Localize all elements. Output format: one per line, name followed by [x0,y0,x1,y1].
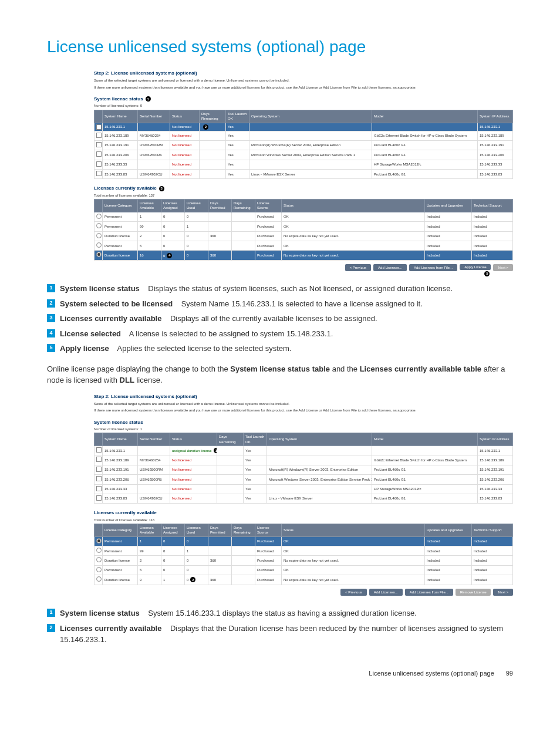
row-checkbox[interactable] [96,151,102,157]
page-number: 99 [506,669,513,678]
add-licenses-file-button[interactable]: Add Licenses from File... [409,264,457,271]
row-checkbox[interactable] [96,133,102,138]
callout-text: Apply license Applies the selected licen… [60,343,292,355]
add-licenses-file-button[interactable]: Add Licenses from File... [405,589,453,596]
table-row[interactable]: Duration license9102360PurchasedNo expir… [95,575,513,585]
row-radio[interactable] [96,242,102,248]
add-licenses-button[interactable]: Add Licenses... [369,589,403,596]
callout-text: License selected A license is selected t… [60,328,333,340]
column-header: Days Remaining [232,200,255,212]
table-row[interactable]: 15.146.233.189MY36460254Not licensedYesG… [95,455,513,465]
table-row[interactable]: 15.146.233.83USM64302CUNot licensedYesLi… [95,494,513,503]
next-button[interactable]: Next > [493,264,513,271]
row-radio[interactable] [96,567,102,572]
column-header: Updates and Upgrades [425,200,472,212]
callout-number: 4 [47,329,55,337]
table-row[interactable]: Duration license16040360PurchasedNo expi… [95,251,513,260]
table-row[interactable]: Permanent9901PurchasedOKIncludedIncluded [95,546,513,556]
column-header: Serial Number [138,433,170,446]
table-row[interactable]: 15.146.233.189MY36460254Not licensedYesG… [95,131,513,140]
column-header [95,433,103,446]
row-checkbox[interactable] [96,467,102,472]
system-license-status-table: System NameSerial NumberStatusDays Remai… [94,110,513,180]
column-header: Updates and Upgrades [425,524,472,536]
table-row[interactable]: 15.146.233.191USM63500RMNot licensedYesM… [95,140,513,150]
column-header: Days Remaining [217,433,244,446]
available-count: Total number of licenses available: 157 [94,193,513,198]
callout-marker: 4 [167,253,172,258]
callout-text: Licenses currently available Displays th… [60,623,513,646]
next-button[interactable]: Next > [493,589,513,596]
table-row[interactable]: Permanent100PurchasedOKIncludedIncluded [95,536,513,546]
licenses-available-table: License CategoryLicenses AvailableLicens… [94,524,513,585]
column-header: Serial Number [138,110,170,123]
row-radio[interactable] [96,252,102,257]
row-checkbox[interactable] [96,457,102,462]
step-desc-2: If there are more unlicensed systems tha… [94,85,513,90]
previous-button[interactable]: < Previous [340,589,367,596]
licenses-available-table: License CategoryLicenses AvailableLicens… [94,199,513,261]
column-header: Technical Support [472,524,513,536]
step-title: Step 2: License unlicensed systems (opti… [94,393,513,400]
row-radio[interactable] [96,557,102,562]
callout-number: 3 [47,314,55,322]
row-radio[interactable] [96,576,102,582]
table-row[interactable]: ✓15.146.233.1Not licensed2Yes15.146.233.… [95,123,513,131]
row-radio[interactable] [96,548,102,553]
column-header: Operating System [249,110,372,123]
table-row[interactable]: 15.146.233.33Not licensedYesHP StorageWo… [95,160,513,169]
callout-item: 5Apply license Applies the selected lice… [47,343,513,355]
apply-license-button[interactable]: Apply License [460,264,491,270]
column-header: Days Remaining [200,110,226,123]
callout-text: System selected to be licensed System Na… [60,298,423,310]
previous-button[interactable]: < Previous [345,264,372,271]
column-header: Days Permitted [208,524,232,536]
row-radio[interactable] [96,538,102,544]
row-checkbox[interactable] [96,486,102,491]
row-checkbox[interactable] [96,171,102,176]
row-checkbox[interactable] [96,447,102,453]
column-header: System IP Address [478,433,513,446]
add-licenses-button[interactable]: Add Licenses... [373,264,407,271]
row-checkbox[interactable] [96,495,102,501]
callout-number: 1 [47,609,55,617]
column-header: License Source [255,524,282,536]
table-row[interactable]: 15.146.233.1assigned duration license1Ye… [95,446,513,455]
callout-item: 1System license status Displays the stat… [47,283,513,295]
table-row[interactable]: Duration license200360PurchasedNo expire… [95,556,513,565]
remove-license-button[interactable]: Remove License [456,589,491,596]
table-row[interactable]: 15.146.233.191USM63500RMNot licensedYesM… [95,465,513,474]
column-header: Status [170,433,217,446]
callout-list-1: 1System license status Displays the stat… [47,283,513,355]
table-row[interactable]: 15.146.233.206USM63500R6Not licensedYesM… [95,475,513,484]
table-row[interactable]: 15.146.233.33Not licensedYesHP StorageWo… [95,484,513,494]
row-checkbox[interactable]: ✓ [96,124,102,130]
footer-text: License unlicensed systems (optional) pa… [369,669,494,678]
row-checkbox[interactable] [96,161,102,167]
table-row[interactable]: 15.146.233.83USM64302CUNot licensedYesLi… [95,170,513,179]
system-license-status-table: System NameSerial NumberStatusDays Remai… [94,433,513,504]
column-header: Model [372,110,478,123]
callout-item: 2Licenses currently available Displays t… [47,623,513,646]
column-header [95,110,103,123]
table-row[interactable]: Permanent100PurchasedOKIncludedIncluded [95,212,513,221]
table-row[interactable]: Permanent500PurchasedOKIncludedIncluded [95,241,513,251]
licenses-available-title: Licenses currently available [94,509,513,516]
row-radio[interactable] [96,223,102,228]
row-checkbox[interactable] [96,142,102,147]
table-row[interactable]: Permanent9901PurchasedOKIncludedIncluded [95,222,513,231]
available-count: Total number of licenses available: 116 [94,518,513,522]
table-row[interactable]: 15.146.233.206USM63500R6Not licensedYesM… [95,150,513,160]
callout-number: 2 [47,299,55,308]
row-checkbox[interactable] [96,476,102,481]
table-row[interactable]: Permanent500PurchasedOKIncludedIncluded [95,565,513,575]
column-header: License Category [103,524,138,536]
row-radio[interactable] [96,233,102,238]
step-desc-1: Some of the selected target systems are … [94,78,513,83]
row-radio[interactable] [96,214,102,219]
body-paragraph: Online license page displaying the chang… [47,363,513,386]
table-row[interactable]: Duration license200360PurchasedNo expire… [95,231,513,241]
callout-item: 2System selected to be licensed System N… [47,298,513,310]
column-header: License Source [255,200,282,212]
column-header: Model [372,433,478,446]
